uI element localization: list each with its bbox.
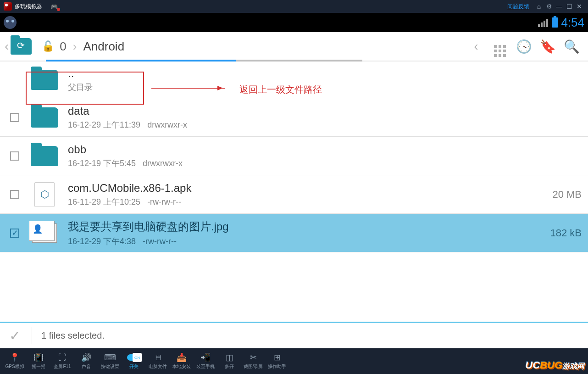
file-name: obb: [68, 143, 582, 156]
folder-icon: [31, 107, 58, 128]
emu-btn-声音[interactable]: 🔊声音: [74, 352, 98, 370]
app-toolbar: ‹ 🔓 0 › Android ‹ 🕓 🔖 🔍: [0, 32, 588, 61]
feedback-link[interactable]: 问题反馈: [507, 3, 529, 11]
back-button[interactable]: ‹: [5, 39, 9, 54]
selection-text: 1 files selected.: [41, 330, 105, 341]
crumb-path[interactable]: Android: [83, 39, 124, 54]
emu-btn-按键设置[interactable]: ⌨按键设置: [98, 352, 122, 370]
watermark: UCBUG游戏网: [525, 359, 584, 371]
battery-icon: [552, 17, 558, 28]
file-row[interactable]: data 16-12-29 上午11:39 drwxrwxr-x: [0, 98, 588, 137]
file-row[interactable]: obb 16-12-19 下午5:45 drwxrwxr-x: [0, 137, 588, 175]
emulator-title: 多玩模拟器: [15, 3, 42, 11]
emu-btn-GPS模拟[interactable]: 📍GPS模拟: [3, 352, 27, 370]
emu-btn-多开[interactable]: ◫多开: [217, 352, 241, 370]
checkbox[interactable]: [10, 190, 19, 199]
file-meta: 16-11-29 上午10:25 -rw-rw-r--: [68, 196, 540, 207]
emulator-titlebar: 多玩模拟器 🎮 问题反馈 ⌂ ⚙ — ☐ ✕: [0, 0, 588, 13]
emu-btn-本地安装[interactable]: 📥本地安装: [170, 352, 194, 370]
emulator-bottombar: 📍GPS模拟📳摇一摇⛶全屏F11🔊声音⌨按键设置开关🖥电脑文件📥本地安装📲装至手…: [0, 348, 588, 374]
folder-icon: [31, 70, 58, 90]
history-button[interactable]: 🕓: [512, 39, 536, 54]
settings-icon[interactable]: ⚙: [544, 3, 554, 10]
apk-icon: ⬡: [34, 182, 55, 207]
checkbox[interactable]: [10, 113, 19, 122]
minimize-button[interactable]: —: [554, 3, 564, 10]
progress-indicator: [46, 60, 362, 61]
prev-button[interactable]: ‹: [464, 39, 488, 54]
file-name: com.UCMobile.x86-1.apk: [68, 182, 540, 195]
folder-icon: [31, 146, 58, 166]
emu-btn-全屏F11[interactable]: ⛶全屏F11: [50, 352, 74, 370]
file-meta: 16-12-29 下午4:38 -rw-rw-r--: [68, 236, 540, 247]
crumb-root[interactable]: 0: [60, 39, 66, 54]
file-size: 20 MB: [540, 189, 582, 201]
emulator-logo-icon: [4, 2, 12, 11]
file-row-selected[interactable]: 我是要共享到电脑硬盘的图片.jpg 16-12-29 下午4:38 -rw-rw…: [0, 214, 588, 252]
file-name: 我是要共享到电脑硬盘的图片.jpg: [68, 219, 540, 234]
emu-btn-电脑文件[interactable]: 🖥电脑文件: [146, 352, 170, 370]
file-name: data: [68, 105, 582, 117]
app-icon: [4, 16, 17, 29]
file-sub: 父目录: [68, 82, 582, 93]
android-statusbar: 4:54: [0, 13, 588, 32]
maximize-button[interactable]: ☐: [564, 3, 574, 10]
breadcrumb[interactable]: 0 › Android: [60, 39, 124, 54]
checkbox[interactable]: [10, 151, 19, 161]
file-row-parent[interactable]: .. 父目录: [0, 61, 588, 98]
image-icon: [32, 223, 57, 243]
chevron-right-icon: ›: [73, 39, 77, 54]
checkbox[interactable]: [10, 229, 19, 238]
gamepad-icon[interactable]: 🎮: [50, 3, 58, 10]
file-meta: 16-12-29 上午11:39 drwxrwxr-x: [68, 119, 582, 130]
search-button[interactable]: 🔍: [560, 39, 583, 54]
emu-btn-开关[interactable]: 开关: [122, 352, 146, 370]
grid-view-button[interactable]: [488, 36, 512, 57]
clock: 4:54: [561, 16, 584, 30]
file-name: ..: [68, 67, 582, 80]
home-icon[interactable]: ⌂: [534, 3, 544, 10]
file-meta: 16-12-19 下午5:45 drwxrwxr-x: [68, 158, 582, 169]
close-button[interactable]: ✕: [574, 3, 584, 10]
signal-icon: [538, 18, 549, 27]
emu-btn-截图/录屏[interactable]: ✂截图/录屏: [241, 352, 265, 370]
confirm-icon[interactable]: ✓: [9, 328, 21, 344]
selection-footer: ✓ 1 files selected.: [0, 322, 588, 348]
root-folder-icon[interactable]: [11, 38, 32, 55]
file-size: 182 kB: [540, 227, 582, 239]
emu-btn-装至手机[interactable]: 📲装至手机: [194, 352, 217, 370]
bookmark-button[interactable]: 🔖: [536, 39, 560, 54]
emu-btn-摇一摇[interactable]: 📳摇一摇: [27, 352, 50, 370]
file-list: .. 父目录 data 16-12-29 上午11:39 drwxrwxr-x …: [0, 61, 588, 252]
lock-icon[interactable]: 🔓: [42, 40, 54, 52]
emu-btn-操作助手[interactable]: ⊞操作助手: [265, 352, 289, 370]
file-row[interactable]: ⬡ com.UCMobile.x86-1.apk 16-11-29 上午10:2…: [0, 175, 588, 214]
